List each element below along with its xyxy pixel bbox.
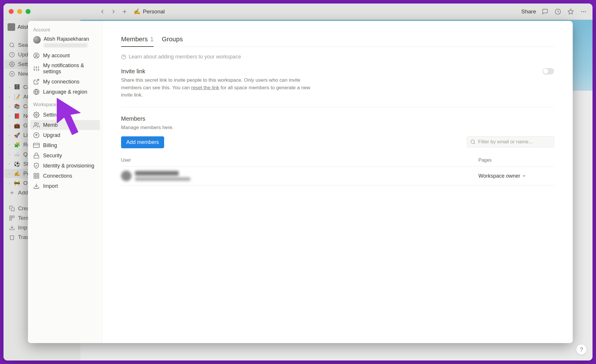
settings-nav-memb[interactable]: Memb [30,120,100,130]
search-icon [9,42,15,48]
chevron-right-icon: › [9,114,10,118]
page-emoji: 📝 [13,94,20,100]
invite-link-toggle[interactable] [542,68,554,74]
settings-nav-identity-provisioning[interactable]: Identity & provisioning [30,161,100,171]
share-button[interactable]: Share [521,8,536,15]
nav-item-label: My connections [43,79,79,85]
settings-nav-import[interactable]: Import [30,181,100,191]
chevron-right-icon: › [9,152,10,156]
svg-rect-19 [10,219,12,220]
page-emoji: 💼 [13,123,20,129]
arrow-out-icon [33,78,40,85]
nav-item-label: Settings [43,112,62,118]
svg-point-6 [585,11,586,12]
template-icon [9,215,15,221]
settings-nav-upgrad[interactable]: Upgrad [30,130,100,140]
user-email-redacted [44,43,87,47]
duplicate-icon [9,206,15,211]
minimize-window[interactable] [17,9,22,14]
search-icon [470,139,476,144]
members-section: Members Manage members here. Add members… [121,115,554,186]
page-emoji: 🅲 [13,84,20,90]
favorite-icon[interactable] [567,8,574,15]
nav-item-label: Billing [43,142,57,149]
comments-icon[interactable] [541,8,549,15]
settings-nav-my-connections[interactable]: My connections [30,77,100,87]
updates-icon[interactable] [554,8,562,15]
svg-rect-45 [34,176,36,178]
help-icon [121,54,126,60]
nav-forward-icon[interactable] [110,8,117,15]
page-emoji: 📚 [13,104,20,110]
nav-back-icon[interactable] [99,8,106,15]
settings-sidebar: Account Atish Rajasekharan My accountMy … [28,21,102,343]
titlebar: ✍️ Personal Share [3,3,593,20]
member-filter-input[interactable] [467,136,554,147]
settings-nav-connections[interactable]: Connections [30,171,100,181]
chevron-right-icon: › [9,181,10,185]
breadcrumb[interactable]: ✍️ Personal [134,8,165,15]
invite-link-title: Invite link [121,68,554,75]
settings-content: Members 1 Groups Learn about adding memb… [102,21,573,343]
member-row: Workspace owner [121,167,554,185]
page-emoji: ☁️ [13,151,20,158]
nav-item-label: Upgrad [43,132,60,138]
page-emoji: ✍️ [13,171,20,177]
nav-item-label: Identity & provisioning [43,163,94,169]
svg-point-4 [581,11,582,12]
grid-icon [33,173,40,179]
page-emoji: ⚽ [13,161,20,167]
download-icon [9,225,15,231]
settings-nav-settings[interactable]: Settings [30,110,100,120]
reset-link[interactable]: reset the link [191,85,219,90]
chevron-right-icon: › [9,95,10,99]
help-button[interactable]: ? [576,344,587,355]
invite-link-description: Share this secret link to invite people … [121,76,319,99]
svg-point-35 [36,114,37,116]
member-role-select[interactable]: Workspace owner [478,173,554,179]
gear-icon [9,61,15,67]
svg-line-32 [36,79,39,82]
svg-rect-43 [37,174,39,175]
nav-item-label: My notifications & settings [43,63,97,75]
learn-more-link[interactable]: Learn about adding members to your works… [121,54,554,60]
svg-rect-17 [10,216,12,218]
nav-item-label: Connections [43,173,72,179]
tab-members[interactable]: Members 1 [121,35,154,47]
settings-nav-my-account[interactable]: My account [30,51,100,60]
svg-point-49 [471,140,474,143]
chevron-right-icon: › [9,133,10,137]
settings-nav-billing[interactable]: Billing [30,140,100,150]
svg-rect-41 [34,155,39,158]
invite-link-section: Invite link Share this secret link to in… [121,68,554,107]
members-tabs: Members 1 Groups [121,35,554,47]
nav-item-label: My account [43,53,70,59]
more-icon[interactable] [580,8,587,15]
workspace-section-label: Workspace [30,101,100,110]
settings-nav-my-notifications-settings[interactable]: My notifications & settings [30,61,100,76]
page-emoji: 🚀 [13,132,20,138]
page-title: Personal [143,8,165,15]
svg-rect-44 [37,176,39,178]
settings-nav-security[interactable]: Security [30,151,100,160]
svg-rect-18 [13,216,14,218]
members-table-header: User Pages [121,154,554,167]
svg-line-8 [13,46,14,47]
svg-rect-42 [34,174,36,175]
svg-marker-3 [568,9,573,14]
svg-point-10 [11,64,13,65]
add-members-button[interactable]: Add members [121,136,164,148]
globe-icon [33,89,40,95]
maximize-window[interactable] [26,9,31,14]
settings-nav-language-region[interactable]: Language & region [30,87,100,97]
card-icon [33,142,40,149]
tab-groups[interactable]: Groups [162,35,183,47]
page-emoji: 🧩 [13,142,20,148]
window-controls [9,9,31,14]
account-section-label: Account [30,26,100,35]
member-identity-redacted [121,171,190,181]
new-tab-icon[interactable] [121,8,128,15]
svg-point-7 [10,43,14,47]
close-window[interactable] [9,9,14,14]
settings-user-header[interactable]: Atish Rajasekharan [30,35,100,50]
